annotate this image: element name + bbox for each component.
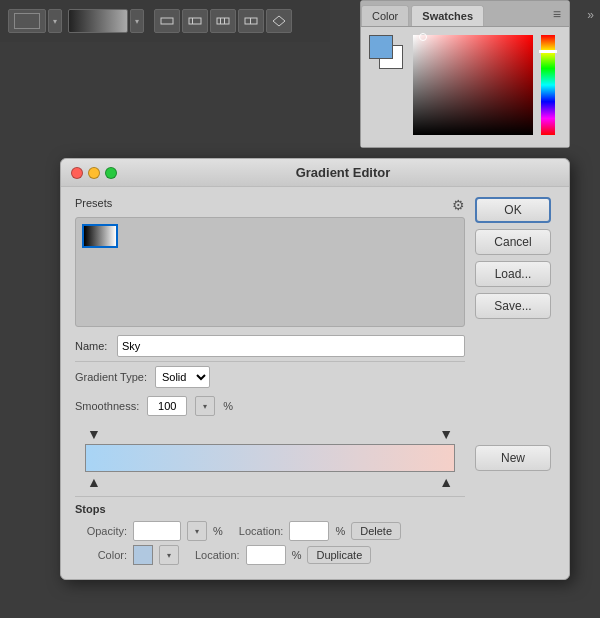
- opacity-field-label: Opacity:: [75, 525, 127, 537]
- maximize-button[interactable]: [105, 167, 117, 179]
- smoothness-input[interactable]: [147, 396, 187, 416]
- mode-buttons: [154, 9, 292, 33]
- cancel-button[interactable]: Cancel: [475, 229, 551, 255]
- gradient-bar[interactable]: [85, 444, 455, 472]
- hue-slider-thumb: [539, 50, 557, 53]
- tab-swatches[interactable]: Swatches: [411, 5, 484, 26]
- color-picker-area: [413, 35, 561, 135]
- presets-label: Presets: [75, 197, 112, 209]
- color-gradient[interactable]: [413, 35, 533, 135]
- opacity-location-label: Location:: [239, 525, 284, 537]
- load-button[interactable]: Load...: [475, 261, 551, 287]
- mode-radial[interactable]: [182, 9, 208, 33]
- top-toolbar: ▾ ▾: [0, 0, 330, 42]
- opacity-row: Opacity: ▾ % Location: % Delete: [75, 521, 465, 541]
- smoothness-dropdown[interactable]: ▾: [195, 396, 215, 416]
- color-row: Color: ▾ Location: % Duplicate: [75, 545, 465, 565]
- gear-icon[interactable]: ⚙: [452, 197, 465, 213]
- rect-tool-group: ▾: [8, 9, 62, 33]
- panel-collapse-button[interactable]: ≡: [549, 4, 565, 24]
- opacity-dropdown[interactable]: ▾: [187, 521, 207, 541]
- dialog-titlebar: Gradient Editor: [61, 159, 569, 187]
- gradient-preview[interactable]: [68, 9, 128, 33]
- gradient-editor-dialog: Gradient Editor Presets ⚙ Name: Gradient…: [60, 158, 570, 580]
- presets-header: Presets ⚙: [75, 197, 465, 213]
- rect-tool-dropdown[interactable]: ▾: [48, 9, 62, 33]
- dialog-right: OK Cancel Load... Save... New: [475, 197, 555, 569]
- opacity-stop-left[interactable]: ▼: [87, 426, 101, 442]
- gradient-type-row: Gradient Type: Solid Noise: [75, 361, 465, 392]
- color-location-percent: %: [292, 549, 302, 561]
- gradient-type-label: Gradient Type:: [75, 371, 147, 383]
- svg-rect-4: [220, 18, 221, 24]
- new-button[interactable]: New: [475, 445, 551, 471]
- dialog-left: Presets ⚙ Name: Gradient Type: Solid Noi…: [75, 197, 465, 569]
- opacity-location-percent: %: [335, 525, 345, 537]
- mode-angle[interactable]: [210, 9, 236, 33]
- panel-tabs: Color Swatches ≡: [361, 1, 569, 27]
- ok-button[interactable]: OK: [475, 197, 551, 223]
- gradient-type-select[interactable]: Solid Noise: [155, 366, 210, 388]
- gradient-bar-outer: ▼ ▼ ▲ ▲: [85, 426, 455, 490]
- stops-section: Stops Opacity: ▾ % Location: % Delete Co…: [75, 496, 465, 565]
- smoothness-percent: %: [223, 400, 233, 412]
- fg-color-box[interactable]: [369, 35, 393, 59]
- preset-black-white[interactable]: [82, 224, 118, 248]
- rect-icon: [14, 13, 40, 29]
- color-swatch[interactable]: [133, 545, 153, 565]
- fg-bg-colors: [369, 35, 405, 71]
- opacity-input[interactable]: [133, 521, 181, 541]
- color-dropdown[interactable]: ▾: [159, 545, 179, 565]
- name-input[interactable]: [117, 335, 465, 357]
- gradient-bar-section: ▼ ▼ ▲ ▲: [75, 426, 465, 490]
- color-cursor: [419, 33, 427, 41]
- panel-content: [361, 27, 569, 147]
- name-label: Name:: [75, 340, 111, 352]
- rect-tool-button[interactable]: [8, 9, 46, 33]
- color-stop-left[interactable]: ▲: [87, 474, 101, 490]
- svg-rect-2: [192, 18, 193, 24]
- gradient-tool-group: ▾: [68, 9, 144, 33]
- color-location-input[interactable]: [246, 545, 286, 565]
- smoothness-row: Smoothness: ▾ %: [75, 392, 465, 420]
- opacity-stop-right[interactable]: ▼: [439, 426, 453, 442]
- save-button[interactable]: Save...: [475, 293, 551, 319]
- color-stops-row: ▲ ▲: [85, 474, 455, 490]
- stops-label: Stops: [75, 503, 465, 515]
- color-field-label: Color:: [75, 549, 127, 561]
- close-button[interactable]: [71, 167, 83, 179]
- mode-diamond[interactable]: [266, 9, 292, 33]
- color-location-label: Location:: [195, 549, 240, 561]
- opacity-percent: %: [213, 525, 223, 537]
- mode-reflected[interactable]: [238, 9, 264, 33]
- opacity-stops-row: ▼ ▼: [85, 426, 455, 442]
- svg-rect-0: [161, 18, 173, 24]
- color-swatches-panel: Color Swatches ≡: [360, 0, 570, 148]
- minimize-button[interactable]: [88, 167, 100, 179]
- dialog-title: Gradient Editor: [127, 165, 559, 180]
- name-row: Name:: [75, 335, 465, 357]
- delete-button[interactable]: Delete: [351, 522, 401, 540]
- mode-linear[interactable]: [154, 9, 180, 33]
- window-controls: [71, 167, 117, 179]
- svg-rect-5: [224, 18, 225, 24]
- svg-rect-7: [250, 18, 251, 24]
- tab-color[interactable]: Color: [361, 5, 409, 26]
- svg-rect-3: [217, 18, 229, 24]
- presets-area[interactable]: [75, 217, 465, 327]
- svg-marker-8: [273, 16, 285, 26]
- dialog-body: Presets ⚙ Name: Gradient Type: Solid Noi…: [61, 187, 569, 579]
- color-stop-right[interactable]: ▲: [439, 474, 453, 490]
- svg-rect-1: [189, 18, 201, 24]
- hue-slider[interactable]: [541, 35, 555, 135]
- smoothness-label: Smoothness:: [75, 400, 139, 412]
- opacity-location-input[interactable]: [289, 521, 329, 541]
- gradient-tool-dropdown[interactable]: ▾: [130, 9, 144, 33]
- color-duplicate-button[interactable]: Duplicate: [307, 546, 371, 564]
- panel-arrow[interactable]: »: [587, 8, 594, 22]
